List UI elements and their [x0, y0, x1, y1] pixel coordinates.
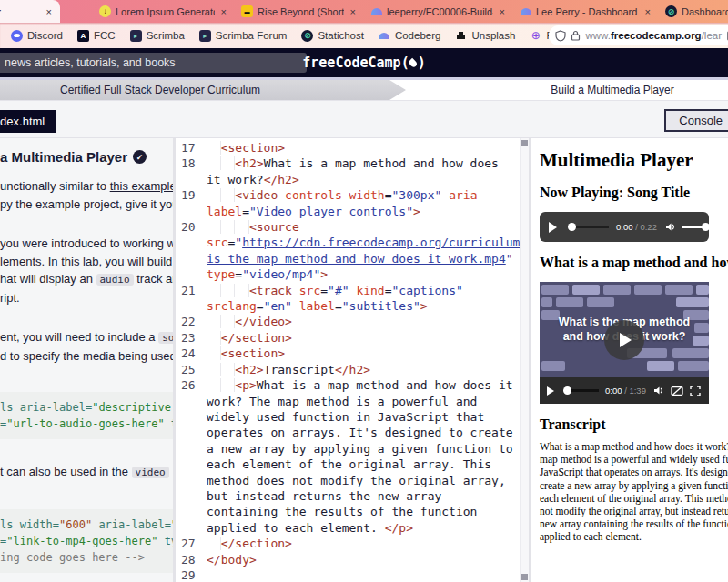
transcript-text: What is a map method and how does it wor…	[540, 440, 728, 544]
indent-guide	[207, 156, 221, 170]
browser-tab[interactable]: leeperry/FC00006-Build-a×	[364, 0, 513, 23]
captions-disabled-icon[interactable]	[671, 386, 683, 396]
scrollbar-thumb[interactable]	[521, 140, 528, 146]
breadcrumb-curriculum[interactable]: Certified Full Stack Developer Curriculu…	[0, 80, 466, 100]
browser-tab[interactable]: r:×	[0, 0, 60, 23]
brick	[587, 297, 614, 307]
instruction-paragraph: t can also be used in the video	[0, 463, 173, 482]
video-play-button[interactable]	[547, 386, 554, 396]
tab-close-button[interactable]: ×	[45, 6, 54, 17]
preview-pane: Multimedia Player Now Playing: Song Titl…	[531, 138, 728, 582]
line-number: 29	[176, 567, 207, 582]
line-content: <h2>Transcript</h2>	[207, 362, 529, 377]
audio-progress-track[interactable]	[576, 226, 609, 228]
lock-icon	[571, 30, 581, 41]
tab-close-button[interactable]: ×	[219, 6, 228, 17]
scrollbar-corner	[521, 574, 528, 580]
fullscreen-icon[interactable]	[690, 386, 701, 396]
tab-close-button[interactable]: ×	[349, 6, 358, 17]
indent-guide	[207, 363, 221, 376]
brick	[541, 285, 569, 295]
audio-time: 0:000:22	[616, 222, 657, 232]
instruction-line: d to specify the media being used.	[0, 347, 173, 366]
browser-tab[interactable]: Lorem Ipsum Generator×	[93, 0, 235, 23]
video-player[interactable]: What is the map method and how does it w…	[540, 282, 709, 404]
shield-icon[interactable]	[555, 30, 566, 42]
tab-close-button[interactable]: ×	[498, 6, 507, 17]
bookmark-item[interactable]: FCC	[70, 30, 123, 42]
instruction-line: ent, you will need to include a source	[0, 328, 173, 347]
video-progress-track[interactable]	[571, 389, 599, 392]
video-time: 0:001:39	[605, 386, 646, 396]
bookmark-item[interactable]: Codeberg	[371, 30, 449, 42]
transcript-heading: Transcript	[540, 416, 728, 433]
url-text[interactable]: www.freecodecamp.org/lear	[585, 30, 722, 41]
audio-duration: 0:22	[633, 222, 657, 232]
fcc-search-input[interactable]: news articles, tutorials, and books	[0, 53, 307, 73]
tab-title: r:	[0, 6, 40, 17]
instruction-paragraph: unctionally similar to this examplepy th…	[0, 177, 173, 213]
bookmarks-toolbar: DiscordFCCScrimbaScrimba ForumStatichost…	[0, 23, 728, 48]
completed-check-icon: ✓	[133, 150, 147, 164]
browser-tab[interactable]: Rise Beyond (Short 2022)×	[235, 0, 364, 23]
editor-line: 23 </section>	[176, 330, 529, 346]
audio-play-button[interactable]	[549, 222, 557, 233]
editor-scrollbar[interactable]	[520, 138, 529, 582]
instruction-line: lements. In this lab, you will build out	[0, 253, 173, 271]
bookmark-item[interactable]: Scrimba Forum	[192, 30, 295, 42]
video-big-play-button[interactable]	[604, 320, 644, 360]
bookmark-item[interactable]: Scrimba	[123, 30, 192, 42]
tab-title: Lee Perry - Dashboard - C	[536, 6, 639, 17]
code-line: ls width="600" aria-label="d	[0, 517, 173, 533]
tab-strip: r:×Lorem Ipsum Generator×Rise Beyond (Sh…	[0, 0, 728, 23]
instruction-text: t can also be used in the	[0, 465, 132, 478]
editor-line: 19 <video controls width="300px" aria-la…	[176, 187, 529, 219]
line-number: 25	[176, 362, 207, 377]
editor-line: 28</body>	[176, 552, 529, 567]
bookmark-item[interactable]: Statichost	[294, 30, 371, 42]
console-button[interactable]: Console	[664, 109, 728, 132]
tab-close-button[interactable]: ×	[643, 6, 652, 17]
indent-guide	[207, 378, 221, 392]
example-link[interactable]: this example	[110, 179, 173, 193]
statichost-bookmark-icon	[301, 30, 313, 42]
line-number: 18	[176, 156, 207, 187]
bookmark-item[interactable]: Unsplash	[448, 30, 522, 42]
code-line: ="link-to-mp4-goes-here" typ	[0, 533, 173, 549]
editor-line: 26 <p>What is a map method and how does …	[176, 377, 529, 536]
browser-tab[interactable]: Lee Perry - Dashboard - C×	[513, 0, 659, 23]
audio-progress-handle[interactable]	[568, 223, 576, 231]
indent-guide	[221, 315, 236, 328]
instruction-paragraph: you were introduced to working withlemen…	[0, 235, 173, 306]
line-number: 21	[176, 283, 207, 315]
bookmark-label: Discord	[27, 30, 63, 41]
browser-tab[interactable]: Dashboard - builder.static×	[659, 0, 728, 23]
codeberg-bookmark-icon	[379, 30, 390, 42]
video-volume-icon[interactable]	[653, 386, 664, 396]
fcc-logo[interactable]: freeCodeCamp()	[302, 48, 425, 77]
audio-player[interactable]: 0:000:22	[540, 212, 709, 242]
line-content: <track src="#" kind="captions" srclang="…	[207, 283, 529, 315]
file-tab-index-html[interactable]: index.html	[0, 110, 56, 133]
audio-volume-icon[interactable]	[665, 222, 676, 232]
bookmark-label: Codeberg	[395, 30, 441, 41]
video-section-heading: What is a map method and how does it wor…	[540, 255, 728, 271]
audio-volume-handle[interactable]	[702, 223, 710, 231]
bookmark-item[interactable]: Discord	[4, 30, 70, 42]
url-bar[interactable]: www.freecodecamp.org/lear 90% ☆	[549, 25, 728, 45]
tab-title: Dashboard - builder.static	[682, 6, 728, 17]
instruction-line: hat will display an audio track and	[0, 270, 173, 289]
line-content: </section>	[207, 330, 529, 346]
code-editor[interactable]: 17 <section>18 <h2>What is a map method …	[176, 138, 531, 582]
breadcrumb-lab[interactable]: Build a Multimedia Player	[406, 80, 728, 100]
brick	[696, 285, 709, 295]
brick	[647, 361, 674, 371]
indent-guide	[221, 188, 236, 202]
instruction-text: py the example project, give it your	[0, 197, 173, 211]
indent-guide	[207, 220, 221, 234]
brick	[678, 361, 709, 371]
audio-volume-track[interactable]	[682, 226, 703, 228]
video-progress-handle[interactable]	[563, 386, 571, 395]
brick	[556, 297, 583, 307]
video-duration: 1:39	[622, 386, 646, 396]
